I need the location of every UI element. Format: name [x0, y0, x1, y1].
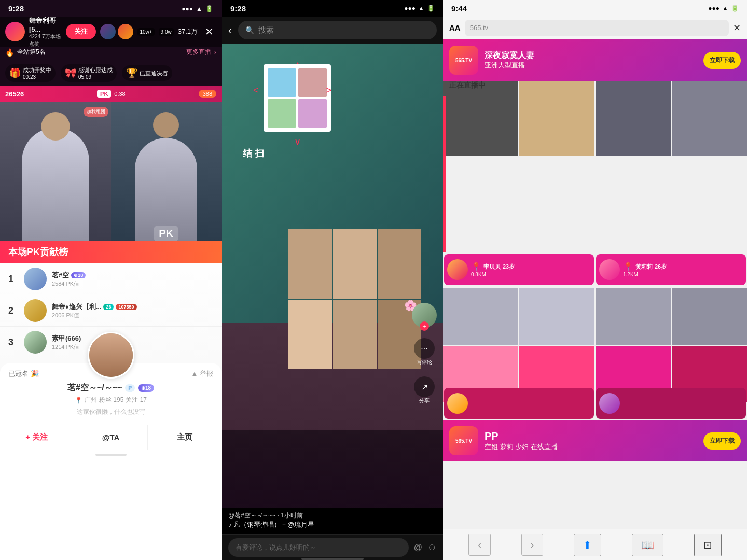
viewer-avatar-2	[118, 24, 133, 39]
p3-user-avatar-3	[447, 393, 468, 414]
video-area: 加我组团 PK	[0, 102, 222, 247]
p3-battery-icon: 🔋	[731, 5, 739, 12]
gift-icon-2: 🎀	[65, 67, 76, 79]
gift-label-1: 成功开奖中	[23, 66, 51, 74]
p2-comment-input[interactable]: 有爱评论，说点儿好听的～	[228, 538, 409, 557]
p3-user-row-1: 📍 李贝贝 23岁 0.8KM 📍 黄莉莉 26岁 1.2KM	[443, 254, 747, 285]
gift-item-1: 🎁 成功开奖中 00:23	[5, 64, 56, 82]
pk-label: PK	[97, 90, 111, 98]
pk-board-title: 本场PK贡献榜	[0, 241, 222, 263]
p3-live-label: 正在直播中	[449, 81, 486, 90]
creator-avatar-container: ＋	[412, 303, 437, 328]
home-action-button[interactable]: 主页	[148, 425, 222, 450]
rank-bar: 🔥 全站第5名 更多直播 ›	[0, 47, 222, 58]
profile-report[interactable]: ▲ 举报	[191, 369, 213, 379]
p3-user-avatar-4	[599, 393, 620, 414]
qr-cell-1	[268, 68, 296, 97]
p3-close-button[interactable]: ✕	[733, 22, 741, 34]
p3-user-card-1[interactable]: 📍 李贝贝 23岁 0.8KM	[444, 254, 594, 285]
p3-aa-label[interactable]: AA	[449, 23, 461, 32]
browser-bookmark-button[interactable]: 📖	[632, 534, 663, 556]
pk-center-label: PK	[154, 226, 178, 242]
p2-back-button[interactable]: ‹	[228, 24, 232, 36]
p2-emoji-icon[interactable]: ☺	[427, 542, 437, 553]
gift-item-3: 🏆 已直通决赛	[122, 65, 172, 81]
p3-user-name-row-2: 📍 黄莉莉 26岁	[623, 262, 667, 272]
wifi-icon: ▲	[196, 5, 202, 12]
qr-cell-4	[298, 99, 327, 128]
p3-signal-icon: ●●●	[708, 5, 720, 12]
close-icon[interactable]: ✕	[202, 25, 216, 38]
p3-user-name-1: 李贝贝	[483, 263, 501, 271]
follow-button[interactable]: 关注	[66, 24, 96, 39]
gift-timer-2: 05:09	[78, 74, 113, 80]
streamer-avatar[interactable]	[5, 22, 25, 41]
location-icon: 📍	[75, 397, 82, 404]
comment-control[interactable]: ··· 写评论	[414, 338, 435, 366]
p1-top-bar: 舞帝利哥[5... 4224.7万本场点赞 关注 10w+ 9.0w 37.1万…	[0, 17, 222, 47]
p2-search-bar: ‹ 🔍 搜索	[222, 17, 443, 44]
p3-ad-banner-1[interactable]: 565.TV 深夜寂寞人妻 亚洲大型直播 立即下载	[443, 39, 747, 81]
p2-home-indicator	[301, 558, 364, 560]
p2-at-icon[interactable]: @	[414, 543, 422, 552]
comment-label: 写评论	[414, 359, 435, 366]
p3-user-name-2: 黄莉莉	[635, 263, 653, 271]
p3-user-card-2[interactable]: 📍 黄莉莉 26岁 1.2KM	[596, 254, 746, 285]
mosaic-cell-8	[672, 78, 747, 156]
pk-username-1: 茗#空 ⊕18	[52, 271, 213, 280]
viewer-avatars	[100, 24, 133, 39]
more-live-link[interactable]: 更多直播	[186, 48, 211, 57]
scan-label: 结 扫	[243, 147, 264, 160]
p2-comment-placeholder: 有爱评论，说点儿好听的～	[236, 543, 316, 552]
join-team-button[interactable]: 加我组团	[84, 107, 108, 117]
p3-user-card-4[interactable]	[596, 388, 746, 419]
browser-back-button[interactable]: ‹	[468, 534, 491, 556]
p3-user-age-1: 23岁	[503, 263, 515, 271]
p2-mosaic	[288, 229, 421, 369]
mosaic-cell-2-3	[596, 288, 671, 345]
p3-mosaic-block-2	[443, 288, 747, 402]
pk-avatar-3	[24, 331, 47, 354]
panel3-browser: 9:44 ●●● ▲ 🔋 AA 565.tv ✕ 565.TV 深夜寂寞人妻 亚…	[443, 0, 747, 560]
gift-bar: 🎁 成功开奖中 00:23 🎀 感谢心愿达成 05:09 🏆 已直通决赛	[0, 60, 222, 86]
p3-ad-banner-2[interactable]: 565.TV PP 空姐 萝莉 少妇 在线直播 立即下载	[443, 420, 747, 461]
add-follow-icon[interactable]: ＋	[420, 321, 429, 331]
mosaic-cell-2-1	[443, 288, 518, 345]
profile-crown: 已冠名 🎉	[8, 369, 39, 379]
viewers-bar: 26526 PK 0:38 388	[0, 86, 222, 102]
qr-overlay	[264, 64, 331, 132]
p3-address-bar: AA 565.tv ✕	[443, 17, 747, 39]
p3-download-button-1[interactable]: 立即下载	[703, 52, 741, 69]
qr-arrow-bottom-icon: ∨	[264, 136, 331, 147]
p3-ad-sub-2: 空姐 萝莉 少妇 在线直播	[485, 442, 697, 452]
streamer-fans: 4224.7万本场点赞	[29, 33, 62, 48]
at-action-button[interactable]: @TA	[74, 425, 148, 450]
gift-item-2: 🎀 感谢心愿达成 05:09	[61, 64, 117, 82]
level-badge-2b: 107550	[116, 304, 136, 310]
browser-forward-button[interactable]: ›	[521, 534, 544, 556]
p2-status-icons: ●●● ▲ 🔋	[404, 5, 435, 12]
profile-badge-level: ⊕18	[138, 384, 154, 392]
pk-user-info-2: 舞帝♦逸兴【利... 26 107550 2006 PK值	[52, 302, 213, 319]
p3-user-card-3[interactable]	[444, 388, 594, 419]
viewer-count-2: 9.0w	[159, 28, 174, 36]
pk-rank-1: 1	[8, 274, 19, 285]
p2-input-bar: 有爱评论，说点儿好听的～ @ ☺	[222, 534, 443, 560]
p3-url-box[interactable]: 565.tv	[465, 20, 729, 36]
p3-download-button-2[interactable]: 立即下载	[703, 432, 741, 450]
pk-avatar-2	[24, 299, 47, 322]
p2-search-placeholder: 搜索	[258, 25, 274, 35]
p3-ad-icon-2: 565.TV	[449, 426, 478, 455]
follow-action-button[interactable]: + 关注	[0, 425, 74, 450]
profile-avatar-container	[88, 355, 134, 379]
browser-share-button[interactable]: ⬆	[574, 534, 601, 556]
p2-video-content: ∧ ∨ < > 结 扫 🌸 ＋	[222, 44, 443, 508]
location-pin-icon-2: 📍	[623, 262, 633, 272]
p2-right-controls: ＋ ··· 写评论 ↗ 分享	[412, 303, 437, 404]
browser-tabs-button[interactable]: ⊡	[694, 534, 722, 556]
share-control[interactable]: ↗ 分享	[414, 376, 435, 404]
profile-location: 📍 广州 粉丝 195 关注 17	[75, 396, 147, 404]
profile-big-avatar[interactable]	[88, 332, 134, 379]
p2-search-box[interactable]: 🔍 搜索	[238, 21, 437, 39]
live-viewers-count: 26526	[5, 90, 24, 98]
